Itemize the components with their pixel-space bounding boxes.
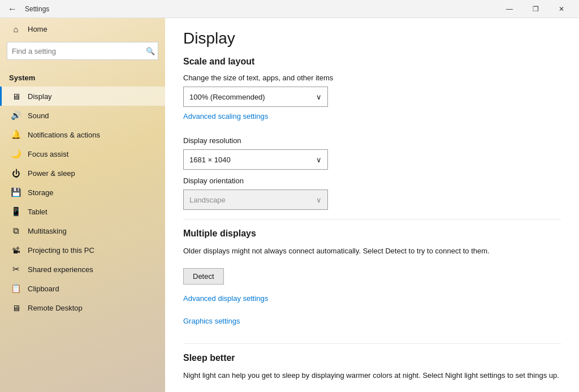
system-section-label: System — [0, 64, 165, 87]
sidebar-label-shared: Shared experiences — [28, 265, 93, 274]
projecting-icon: 📽 — [11, 245, 21, 255]
orientation-value: Landscape — [189, 196, 226, 204]
sidebar-label-storage: Storage — [28, 188, 54, 197]
window-controls: — ❐ ✕ — [496, 0, 574, 18]
section-divider-2 — [183, 343, 561, 344]
multitasking-icon: ⧉ — [11, 226, 21, 236]
section-divider-1 — [183, 219, 561, 219]
main-content: Display Scale and layout Change the size… — [165, 18, 579, 392]
multiple-desc: Older displays might not always connect … — [183, 245, 561, 257]
scale-section-title: Scale and layout — [183, 57, 561, 67]
display-icon: 🖥 — [11, 91, 21, 101]
multiple-section-title: Multiple displays — [183, 229, 561, 239]
focus-icon: 🌙 — [11, 149, 21, 159]
scale-chevron-icon: ∨ — [316, 93, 322, 101]
clipboard-icon: 📋 — [11, 283, 21, 294]
sidebar: ⌂ Home 🔍 System 🖥 Display 🔊 Sound 🔔 Noti… — [0, 18, 165, 392]
sidebar-item-multitasking[interactable]: ⧉ Multitasking — [0, 221, 165, 240]
sidebar-label-projecting: Projecting to this PC — [28, 246, 94, 255]
sidebar-item-shared[interactable]: ✂ Shared experiences — [0, 260, 165, 279]
back-button[interactable]: ← — [5, 1, 20, 17]
sidebar-item-sound[interactable]: 🔊 Sound — [0, 106, 165, 125]
home-label: Home — [28, 25, 47, 33]
search-box: 🔍 — [7, 42, 158, 60]
scale-value: 100% (Recommended) — [189, 93, 265, 101]
app-body: ⌂ Home 🔍 System 🖥 Display 🔊 Sound 🔔 Noti… — [0, 18, 579, 392]
sidebar-label-notifications: Notifications & actions — [28, 131, 100, 139]
titlebar: ← Settings — ❐ ✕ — [0, 0, 579, 18]
remote-icon: 🖥 — [11, 303, 21, 313]
maximize-button[interactable]: ❐ — [522, 0, 548, 18]
search-input[interactable] — [7, 42, 158, 60]
resolution-label: Display resolution — [183, 136, 561, 145]
sidebar-label-power: Power & sleep — [28, 169, 75, 178]
power-icon: ⏻ — [11, 168, 21, 178]
sidebar-label-remote: Remote Desktop — [28, 304, 83, 312]
sidebar-label-display: Display — [28, 92, 52, 101]
page-title: Display — [183, 29, 561, 48]
graphics-link[interactable]: Graphics settings — [183, 317, 240, 325]
sidebar-item-display[interactable]: 🖥 Display — [0, 87, 165, 106]
advanced-scaling-link[interactable]: Advanced scaling settings — [183, 112, 268, 120]
sleep-desc: Night light can help you get to sleep by… — [183, 370, 561, 381]
sidebar-item-notifications[interactable]: 🔔 Notifications & actions — [0, 125, 165, 144]
sidebar-item-tablet[interactable]: 📱 Tablet — [0, 202, 165, 221]
sidebar-label-clipboard: Clipboard — [28, 285, 59, 293]
sidebar-label-multitasking: Multitasking — [28, 227, 67, 235]
sidebar-item-storage[interactable]: 💾 Storage — [0, 183, 165, 202]
minimize-button[interactable]: — — [496, 0, 522, 18]
orientation-dropdown: Landscape ∨ — [183, 189, 328, 210]
sidebar-label-sound: Sound — [28, 111, 49, 120]
home-icon: ⌂ — [11, 24, 21, 34]
orientation-chevron-icon: ∨ — [316, 196, 322, 204]
notifications-icon: 🔔 — [11, 130, 21, 140]
resolution-dropdown[interactable]: 1681 × 1040 ∨ — [183, 149, 328, 170]
sidebar-item-power[interactable]: ⏻ Power & sleep — [0, 163, 165, 183]
scale-label: Change the size of text, apps, and other… — [183, 74, 561, 82]
sidebar-label-focus: Focus assist — [28, 150, 68, 158]
orientation-label: Display orientation — [183, 176, 561, 185]
close-button[interactable]: ✕ — [548, 0, 574, 18]
titlebar-title: Settings — [20, 5, 496, 13]
sidebar-label-tablet: Tablet — [28, 208, 47, 216]
resolution-value: 1681 × 1040 — [189, 156, 231, 164]
sidebar-item-home[interactable]: ⌂ Home — [0, 18, 165, 40]
storage-icon: 💾 — [11, 187, 21, 197]
sidebar-item-projecting[interactable]: 📽 Projecting to this PC — [0, 240, 165, 260]
sleep-section-title: Sleep better — [183, 353, 561, 363]
sidebar-item-remote[interactable]: 🖥 Remote Desktop — [0, 298, 165, 317]
advanced-display-link[interactable]: Advanced display settings — [183, 294, 268, 303]
scale-dropdown[interactable]: 100% (Recommended) ∨ — [183, 87, 328, 107]
shared-icon: ✂ — [11, 264, 21, 274]
sound-icon: 🔊 — [11, 110, 21, 120]
resolution-chevron-icon: ∨ — [316, 156, 322, 164]
sidebar-item-focus[interactable]: 🌙 Focus assist — [0, 144, 165, 163]
detect-button[interactable]: Detect — [183, 268, 224, 285]
tablet-icon: 📱 — [11, 206, 21, 217]
sidebar-item-clipboard[interactable]: 📋 Clipboard — [0, 279, 165, 298]
